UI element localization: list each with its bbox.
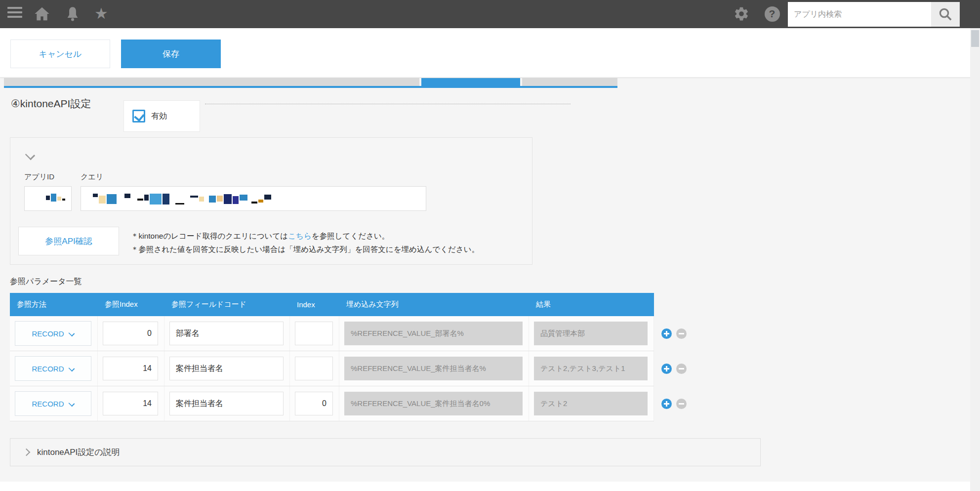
table-header-row: 参照方法 参照Index 参照フィールドコード Index 埋め込み文字列 結果 bbox=[10, 293, 654, 316]
bottom-strip bbox=[0, 482, 980, 491]
redacted-query-value bbox=[81, 187, 426, 210]
panel-notes: ＊kintoneのレコード取得のクエリについてはこちらを参照してください。 ＊参… bbox=[131, 229, 479, 256]
tab-divider bbox=[520, 78, 522, 86]
kintone-api-panel: アプリID クエリ 参照API確認 ＊kintoneのレコード取得のクエリについ… bbox=[10, 137, 532, 265]
result-output: テスト2,テスト3,テスト1 bbox=[534, 357, 648, 380]
app-search bbox=[788, 2, 960, 27]
method-select[interactable]: RECORD bbox=[15, 356, 91, 381]
enabled-label: 有効 bbox=[151, 111, 167, 122]
remove-row-button[interactable] bbox=[676, 399, 687, 409]
col-header-field-code: 参照フィールドコード bbox=[164, 300, 290, 309]
toolbar-band: キャンセル 保存 bbox=[0, 28, 980, 78]
index-input[interactable]: 0 bbox=[295, 392, 333, 415]
add-row-button[interactable] bbox=[661, 328, 672, 339]
help-icon[interactable]: ? bbox=[764, 5, 780, 22]
index-input[interactable] bbox=[295, 357, 333, 380]
app-id-input[interactable] bbox=[24, 186, 72, 211]
remove-row-button[interactable] bbox=[676, 328, 687, 339]
table-row: RECORD 14 案件担当者名 0 %REFERENCE_VALUE_案件担当… bbox=[10, 386, 654, 421]
collapse-chevron-down-icon[interactable] bbox=[25, 150, 35, 160]
add-row-button[interactable] bbox=[661, 364, 672, 374]
table-row: RECORD 14 案件担当者名 %REFERENCE_VALUE_案件担当者名… bbox=[10, 351, 654, 386]
result-output: 品質管理本部 bbox=[534, 322, 648, 345]
remove-row-button[interactable] bbox=[676, 364, 687, 374]
note-line-2: ＊参照された値を回答文に反映したい場合は「埋め込み文字列」を回答文にを埋め込んで… bbox=[131, 243, 479, 256]
chevron-right-icon bbox=[23, 449, 30, 456]
help-glyph: ? bbox=[765, 6, 780, 22]
cancel-button[interactable]: キャンセル bbox=[10, 40, 110, 68]
col-header-embed-string: 埋め込み文字列 bbox=[339, 300, 529, 309]
tab-underline bbox=[4, 86, 617, 88]
query-input[interactable] bbox=[81, 186, 426, 211]
reference-parameter-table: 参照方法 参照Index 参照フィールドコード Index 埋め込み文字列 結果… bbox=[10, 293, 654, 421]
field-code-input[interactable]: 案件担当者名 bbox=[169, 357, 284, 380]
search-button[interactable] bbox=[931, 2, 960, 27]
check-reference-api-button[interactable]: 参照API確認 bbox=[18, 227, 119, 255]
app-id-label: アプリID bbox=[24, 172, 54, 182]
chevron-down-icon bbox=[69, 401, 75, 407]
embed-string-output: %REFERENCE_VALUE_部署名% bbox=[344, 322, 523, 345]
ref-index-input[interactable]: 14 bbox=[103, 392, 158, 415]
add-row-button[interactable] bbox=[661, 399, 672, 409]
home-icon[interactable] bbox=[34, 5, 50, 22]
field-code-input[interactable]: 部署名 bbox=[169, 322, 284, 345]
method-value: RECORD bbox=[32, 400, 64, 408]
method-select[interactable]: RECORD bbox=[15, 391, 91, 416]
table-row: RECORD 0 部署名 %REFERENCE_VALUE_部署名% 品質管理本… bbox=[10, 316, 654, 351]
col-header-method: 参照方法 bbox=[10, 300, 98, 309]
col-header-index: Index bbox=[290, 300, 339, 309]
enabled-checkbox-group: 有効 bbox=[123, 100, 200, 132]
save-button[interactable]: 保存 bbox=[121, 40, 221, 68]
query-label: クエリ bbox=[81, 172, 103, 182]
enabled-checkbox[interactable] bbox=[132, 110, 145, 123]
tab-divider bbox=[419, 78, 421, 86]
top-navigation-bar: ★ ? bbox=[0, 0, 980, 28]
chevron-down-icon bbox=[69, 331, 75, 336]
note-line-1: ＊kintoneのレコード取得のクエリについてはこちらを参照してください。 bbox=[131, 229, 479, 243]
notifications-bell-icon[interactable] bbox=[64, 5, 81, 22]
inactive-tabs-strip[interactable] bbox=[4, 78, 617, 86]
result-output: テスト2 bbox=[534, 392, 648, 415]
kochira-link[interactable]: こちら bbox=[288, 232, 312, 240]
hamburger-menu-icon[interactable] bbox=[7, 7, 22, 21]
vertical-scrollbar bbox=[970, 28, 980, 491]
favorites-star-icon[interactable]: ★ bbox=[93, 5, 110, 22]
ref-index-input[interactable]: 14 bbox=[103, 357, 158, 380]
search-icon bbox=[938, 7, 953, 22]
embed-string-output: %REFERENCE_VALUE_案件担当者名% bbox=[344, 357, 523, 380]
embed-string-output: %REFERENCE_VALUE_案件担当者名0% bbox=[344, 392, 523, 415]
page-title: ④kintoneAPI設定 bbox=[11, 97, 91, 111]
api-description-expander[interactable]: kintoneAPI設定の説明 bbox=[10, 438, 761, 466]
note1-post: を参照してください。 bbox=[312, 232, 390, 240]
search-input[interactable] bbox=[788, 2, 931, 27]
method-value: RECORD bbox=[32, 365, 64, 373]
method-select[interactable]: RECORD bbox=[15, 321, 91, 346]
note1-pre: ＊kintoneのレコード取得のクエリについては bbox=[131, 232, 288, 240]
ref-index-input[interactable]: 0 bbox=[103, 322, 158, 345]
scrollbar-thumb[interactable] bbox=[971, 30, 979, 47]
dotted-divider bbox=[205, 104, 571, 104]
col-header-ref-index: 参照Index bbox=[98, 300, 164, 309]
field-code-input[interactable]: 案件担当者名 bbox=[169, 392, 284, 415]
chevron-down-icon bbox=[69, 366, 75, 371]
parameter-list-title: 参照パラメータ一覧 bbox=[10, 277, 82, 287]
settings-gear-icon[interactable] bbox=[733, 5, 750, 22]
api-description-label: kintoneAPI設定の説明 bbox=[37, 447, 120, 458]
redacted-app-id-value bbox=[25, 187, 71, 210]
method-value: RECORD bbox=[32, 329, 64, 338]
col-header-result: 結果 bbox=[529, 300, 654, 309]
settings-tab-bar bbox=[4, 78, 617, 88]
index-input[interactable] bbox=[295, 322, 333, 345]
